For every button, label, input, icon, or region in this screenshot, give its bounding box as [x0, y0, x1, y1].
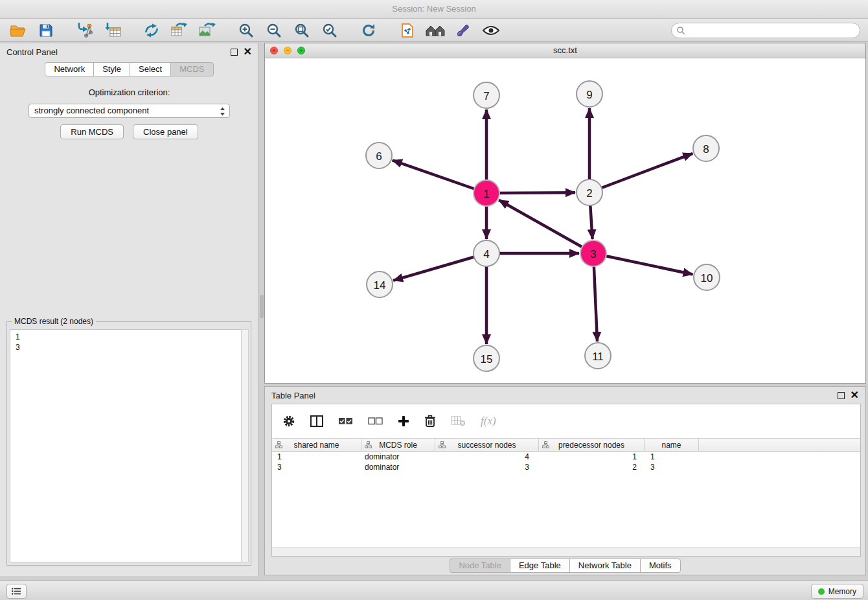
- function-builder-button[interactable]: f(x): [481, 415, 496, 428]
- table-settings-button[interactable]: [282, 415, 295, 428]
- graph-edge-1-6[interactable]: [393, 160, 486, 193]
- tab-select[interactable]: Select: [130, 62, 171, 76]
- table-panel-float-icon[interactable]: [838, 392, 845, 399]
- zoom-fit-icon: [294, 23, 310, 38]
- save-disk-icon: [39, 23, 53, 38]
- minimize-window-icon[interactable]: −: [284, 47, 291, 54]
- column-header-predecessor-nodes[interactable]: predecessor nodes: [539, 439, 645, 451]
- graph-node-14[interactable]: 14: [367, 271, 393, 297]
- column-header-name[interactable]: name: [645, 439, 699, 451]
- tab-mcds[interactable]: MCDS: [170, 62, 213, 76]
- cell-shared-name[interactable]: 1: [272, 452, 361, 461]
- add-column-button[interactable]: [398, 415, 409, 427]
- graph-node-2[interactable]: 2: [577, 179, 602, 205]
- graph-node-11[interactable]: 11: [585, 343, 611, 369]
- select-all-columns-button[interactable]: [338, 417, 353, 425]
- tab-network[interactable]: Network: [45, 62, 94, 76]
- save-session-button[interactable]: [36, 21, 56, 40]
- cell-predecessor-nodes[interactable]: 1: [539, 452, 645, 461]
- show-columns-button[interactable]: [310, 415, 323, 427]
- cell-name[interactable]: 3: [645, 463, 699, 472]
- close-window-icon[interactable]: ×: [270, 47, 278, 54]
- vertical-splitter-handle[interactable]: [260, 295, 264, 318]
- optimization-criterion-select[interactable]: strongly connected component: [29, 104, 230, 118]
- graph-node-9[interactable]: 9: [577, 81, 602, 107]
- graph-node-15[interactable]: 15: [474, 345, 499, 371]
- show-hide-graphics-button[interactable]: [481, 21, 501, 40]
- import-network-button[interactable]: [74, 21, 95, 40]
- svg-text:6: 6: [376, 150, 382, 163]
- mcds-result-scrollbar[interactable]: [241, 329, 249, 562]
- run-mcds-button[interactable]: Run MCDS: [60, 124, 124, 139]
- deselect-all-columns-button[interactable]: [368, 417, 383, 425]
- hierarchy-icon: [439, 441, 446, 448]
- column-header-shared-name[interactable]: shared name: [272, 439, 361, 451]
- open-file-button[interactable]: [8, 21, 29, 40]
- table-row[interactable]: 3 dominator 3 2 3: [272, 462, 860, 472]
- cell-mcds-role[interactable]: dominator: [361, 463, 435, 472]
- apply-style-button[interactable]: [453, 21, 474, 40]
- tab-edge-table[interactable]: Edge Table: [510, 559, 570, 573]
- hierarchy-icon: [542, 441, 549, 448]
- svg-text:4: 4: [483, 248, 489, 260]
- cell-successor-nodes[interactable]: 3: [435, 463, 539, 472]
- zoom-in-button[interactable]: [236, 21, 257, 40]
- graph-node-4[interactable]: 4: [474, 240, 499, 266]
- delete-column-button[interactable]: [424, 415, 436, 428]
- graph-node-7[interactable]: 7: [474, 82, 499, 108]
- export-network-button[interactable]: [141, 21, 162, 40]
- hierarchy-icon: [275, 441, 282, 448]
- mcds-result-title: MCDS result (2 nodes): [12, 317, 96, 326]
- home-layout-button[interactable]: [425, 21, 446, 40]
- node-table-card: f(x) shared name MCDS: [271, 404, 861, 557]
- graph-node-6[interactable]: 6: [366, 143, 392, 168]
- graph-node-3[interactable]: 3: [580, 240, 606, 266]
- graph-edge-3-1[interactable]: [499, 200, 593, 253]
- tab-motifs[interactable]: Motifs: [640, 559, 681, 573]
- zoom-fit-button[interactable]: [291, 21, 312, 40]
- import-table-button[interactable]: [102, 21, 123, 40]
- column-label: name: [661, 441, 681, 450]
- control-panel-close-icon[interactable]: ✕: [244, 48, 252, 56]
- graph-node-8[interactable]: 8: [693, 135, 719, 161]
- zoom-out-button[interactable]: [264, 21, 284, 40]
- delete-table-button[interactable]: [451, 416, 466, 426]
- graph-node-10[interactable]: 10: [694, 264, 720, 290]
- refresh-layout-button[interactable]: [358, 21, 379, 40]
- close-panel-button[interactable]: Close panel: [133, 124, 198, 139]
- memory-button[interactable]: Memory: [811, 584, 863, 599]
- graph-node-1[interactable]: 1: [474, 180, 499, 206]
- network-document-button[interactable]: [397, 21, 418, 40]
- cell-successor-nodes[interactable]: 4: [435, 452, 539, 461]
- cell-mcds-role[interactable]: dominator: [361, 452, 435, 461]
- column-header-successor-nodes[interactable]: successor nodes: [435, 439, 539, 451]
- control-panel-float-icon[interactable]: [231, 49, 238, 56]
- tab-network-table[interactable]: Network Table: [569, 559, 641, 573]
- export-image-button[interactable]: [197, 21, 218, 40]
- task-history-button[interactable]: [6, 584, 27, 599]
- tab-node-table[interactable]: Node Table: [450, 559, 510, 573]
- tab-style[interactable]: Style: [93, 62, 130, 76]
- column-label: predecessor nodes: [558, 441, 624, 450]
- table-horizontal-scrollbar[interactable]: [272, 547, 860, 556]
- network-graph[interactable]: 7968124314101511: [265, 58, 865, 383]
- mcds-result-list[interactable]: 1 3: [10, 329, 242, 562]
- table-row[interactable]: 1 dominator 4 1 1: [272, 452, 860, 462]
- svg-text:7: 7: [483, 90, 489, 102]
- column-header-mcds-role[interactable]: MCDS role: [361, 439, 435, 451]
- graph-edge-4-14[interactable]: [393, 253, 486, 281]
- cell-name[interactable]: 1: [645, 452, 699, 461]
- export-table-button[interactable]: [169, 21, 190, 40]
- table-panel-close-icon[interactable]: ✕: [851, 391, 859, 399]
- table-panel-title: Table Panel: [271, 391, 315, 400]
- cell-shared-name[interactable]: 3: [272, 463, 361, 472]
- mcds-result-item: 1: [16, 332, 242, 342]
- cell-predecessor-nodes[interactable]: 2: [539, 463, 645, 472]
- graph-edge-2-8[interactable]: [589, 154, 692, 192]
- export-table-icon: [171, 23, 188, 38]
- zoom-selected-button[interactable]: [319, 21, 340, 40]
- maximize-window-icon[interactable]: +: [297, 47, 305, 54]
- graph-edge-3-10[interactable]: [593, 253, 692, 274]
- search-input[interactable]: [671, 23, 860, 38]
- column-label: MCDS role: [379, 441, 417, 450]
